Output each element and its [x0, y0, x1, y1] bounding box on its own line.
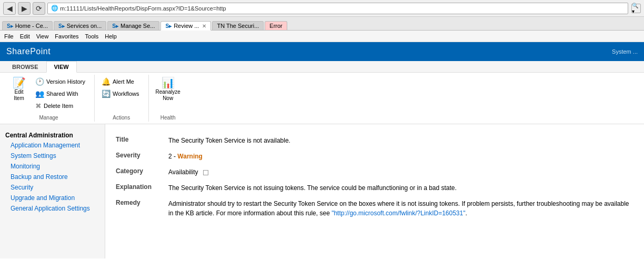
manage-group-label: Manage [39, 113, 58, 121]
sidebar-item-upgrade-migration[interactable]: Upgrade and Migration [0, 193, 105, 203]
title-label: Title [116, 133, 168, 148]
version-history-label: Version History [46, 78, 85, 85]
menu-help[interactable]: Help [105, 33, 117, 39]
alert-me-icon: 🔔 [102, 77, 110, 86]
edit-item-label: EditItem [14, 89, 24, 102]
severity-value: 2 - Warning [168, 148, 633, 164]
category-value: Availability [168, 164, 633, 180]
delete-item-button[interactable]: ✖ Delete Item [33, 100, 88, 112]
menu-bar: File Edit View Favorites Tools Help [0, 31, 644, 42]
tab-manage-se[interactable]: S▸ Manage Se... [107, 21, 159, 30]
remedy-label: Remedy [116, 196, 168, 221]
health-group-label: Health [160, 113, 176, 121]
sp-tab-icon: S▸ [112, 23, 118, 29]
ribbon: BROWSE VIEW 📝 EditItem 🕐 Version History… [0, 61, 644, 124]
tab-services-on[interactable]: S▸ Services on... [54, 21, 106, 30]
edit-item-button[interactable]: 📝 EditItem [7, 76, 31, 103]
menu-edit[interactable]: Edit [20, 33, 30, 39]
workflows-icon: 🔄 [102, 89, 110, 98]
remedy-value: Administrator should try to restart the … [168, 196, 633, 221]
reanalyze-label: ReanalyzeNow [156, 89, 180, 102]
delete-item-label: Delete Item [44, 103, 73, 109]
menu-favorites[interactable]: Favorites [55, 33, 78, 39]
severity-label: Severity [116, 148, 168, 164]
menu-file[interactable]: File [4, 33, 14, 39]
tab-review[interactable]: S▸ Review ... ✕ [160, 21, 211, 31]
expand-icon[interactable] [203, 170, 208, 175]
refresh-button[interactable]: ⟳ [33, 2, 45, 15]
sidebar-item-backup-restore[interactable]: Backup and Restore [0, 172, 105, 182]
sharepoint-header: SharePoint System ... [0, 42, 644, 61]
reanalyze-icon: 📊 [162, 77, 175, 88]
tab-error[interactable]: Error [265, 21, 287, 30]
actions-group: 🔔 Alert Me 🔄 Workflows Actions [95, 75, 149, 122]
delete-icon: ✖ [35, 102, 42, 110]
shared-with-label: Shared With [46, 91, 78, 97]
tab-tn[interactable]: TN The Securi... [212, 21, 264, 30]
sp-tab-icon: S▸ [7, 23, 13, 29]
shared-with-button[interactable]: 👥 Shared With [33, 88, 88, 99]
sharepoint-title: SharePoint [6, 47, 51, 56]
workflows-button[interactable]: 🔄 Workflows [99, 88, 142, 99]
sidebar-item-general-application[interactable]: General Application Settings [0, 203, 105, 214]
remedy-row: Remedy Administrator should try to resta… [116, 196, 633, 221]
category-text: Availability [168, 168, 198, 176]
browser-search-icon[interactable]: 🔍▾ [631, 4, 641, 13]
title-value: The Security Token Service is not availa… [168, 133, 633, 148]
sidebar-item-monitoring[interactable]: Monitoring [0, 161, 105, 172]
workflows-label: Workflows [113, 91, 139, 97]
version-history-icon: 🕐 [35, 77, 44, 86]
category-row: Category Availability [116, 164, 633, 180]
actions-small-buttons: 🔔 Alert Me 🔄 Workflows [99, 76, 142, 99]
menu-tools[interactable]: Tools [85, 33, 99, 39]
ribbon-tab-view[interactable]: VIEW [46, 61, 77, 73]
system-link[interactable]: System ... [612, 48, 638, 55]
sidebar-section-title: Central Administration [0, 129, 105, 140]
manage-group: 📝 EditItem 🕐 Version History 👥 Shared Wi… [3, 75, 95, 122]
explanation-label: Explanation [116, 180, 168, 196]
ribbon-content: 📝 EditItem 🕐 Version History 👥 Shared Wi… [0, 73, 644, 124]
title-row: Title The Security Token Service is not … [116, 133, 633, 148]
shared-with-icon: 👥 [35, 89, 44, 98]
address-text: m:11111/Lists/HealthReports/DispForm.asp… [60, 5, 226, 12]
ribbon-tab-browse[interactable]: BROWSE [4, 61, 46, 73]
health-group: 📊 ReanalyzeNow Health [149, 75, 187, 122]
reanalyze-button[interactable]: 📊 ReanalyzeNow [153, 76, 183, 103]
tab-close-button[interactable]: ✕ [202, 23, 206, 29]
sp-tab-icon: S▸ [165, 23, 172, 29]
warning-badge: Warning [177, 153, 203, 160]
manage-small-buttons: 🕐 Version History 👥 Shared With ✖ Delete… [33, 76, 88, 112]
sidebar-item-security[interactable]: Security [0, 182, 105, 193]
actions-group-label: Actions [113, 113, 130, 121]
browser-bar: ◀ ▶ ⟳ 🌐 m:11111/Lists/HealthReports/Disp… [0, 0, 644, 17]
sidebar-item-system-settings[interactable]: System Settings [0, 151, 105, 161]
remedy-link[interactable]: "http://go.microsoft.com/fwlink/?LinkID=… [331, 210, 465, 217]
address-bar[interactable]: 🌐 m:11111/Lists/HealthReports/DispForm.a… [47, 3, 628, 14]
category-label: Category [116, 164, 168, 180]
back-button[interactable]: ◀ [3, 2, 16, 15]
severity-row: Severity 2 - Warning [116, 148, 633, 164]
severity-text: 2 - [168, 153, 177, 160]
forward-button[interactable]: ▶ [18, 2, 31, 15]
explanation-value: The Security Token Service is not issuin… [168, 180, 633, 196]
menu-view[interactable]: View [36, 33, 49, 39]
ribbon-tabs: BROWSE VIEW [0, 61, 644, 73]
alert-me-label: Alert Me [113, 78, 134, 85]
sp-tab-icon: S▸ [58, 23, 65, 29]
tab-bar: S▸ Home - Ce... S▸ Services on... S▸ Man… [0, 17, 644, 31]
explanation-row: Explanation The Security Token Service i… [116, 180, 633, 196]
sidebar: Central Administration Application Manag… [0, 124, 105, 258]
content-area: Title The Security Token Service is not … [105, 124, 644, 258]
tab-home-ce[interactable]: S▸ Home - Ce... [2, 21, 53, 30]
version-history-button[interactable]: 🕐 Version History [33, 76, 88, 87]
form-table: Title The Security Token Service is not … [116, 133, 633, 221]
main-content: Central Administration Application Manag… [0, 124, 644, 258]
remedy-text-suffix: . [465, 210, 467, 217]
alert-me-button[interactable]: 🔔 Alert Me [99, 76, 142, 87]
edit-icon: 📝 [13, 77, 26, 88]
sidebar-item-application-management[interactable]: Application Management [0, 140, 105, 151]
